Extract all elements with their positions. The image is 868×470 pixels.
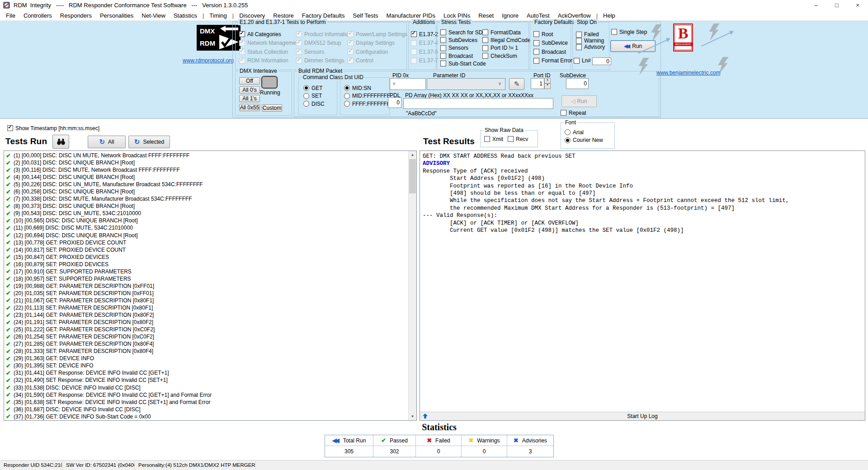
- test-row[interactable]: ✔(5) [00,226] DISC: DISC UN_MUTE, Manufa…: [4, 181, 409, 188]
- test-row[interactable]: ✔(12) [00,694] DISC: DISC UNIQUE BRANCH …: [4, 232, 409, 239]
- custom-button[interactable]: Custom: [262, 104, 282, 112]
- test-row[interactable]: ✔(32) [01,490] SET Response: DEVICE INFO…: [4, 376, 409, 384]
- get-radio[interactable]: GET: [303, 84, 325, 92]
- test-row[interactable]: ✔(2) [00,031] DISC: DISC UNIQUE BRANCH […: [4, 159, 409, 166]
- subdevice-input[interactable]: [566, 78, 589, 89]
- rdmprotocol-link[interactable]: www.rdmprotocol.org: [183, 57, 234, 64]
- format-error-checkbox[interactable]: ✓Format Error: [533, 56, 572, 66]
- single-step-checkbox[interactable]: ✓ Single Step: [611, 28, 647, 37]
- arial-radio[interactable]: Arial: [565, 128, 603, 136]
- test-row[interactable]: ✔(13) [00,778] GET: PROXIED DEVICE COUNT: [4, 239, 409, 246]
- test-row[interactable]: ✔(28) [01,333] SET: PARAMETER DESCRIPTIO…: [4, 348, 409, 355]
- xmit-checkbox[interactable]: ✓Xmit: [484, 135, 503, 144]
- menu-statistics[interactable]: Statistics: [170, 11, 201, 20]
- search-for-sds-checkbox[interactable]: ✓Search for SDs: [440, 28, 486, 36]
- scroll-to-top-icon[interactable]: [422, 413, 428, 419]
- test-row[interactable]: ✔(9) [00,543] DISC: DISC UN_MUTE, 534C:2…: [4, 210, 409, 217]
- test-row[interactable]: ✔(1) [00,000] DISC: DISC UN MUTE, Networ…: [4, 152, 409, 159]
- test-row[interactable]: ✔(16) [00,879] SET: PROXIED DEVICES: [4, 261, 409, 268]
- menu-restore[interactable]: Restore: [269, 11, 298, 20]
- test-row[interactable]: ✔(34) [01,590] GET Response: DEVICE INFO…: [4, 391, 409, 399]
- test-row[interactable]: ✔(11) [00,669] DISC: DISC MUTE, 534C:210…: [4, 224, 409, 231]
- menu-lock-pins[interactable]: Lock PINs: [439, 11, 474, 20]
- menu-controllers[interactable]: Controllers: [19, 11, 56, 20]
- test-row[interactable]: ✔(14) [00,817] SET: PROXIED DEVICE COUNT: [4, 246, 409, 254]
- test-row[interactable]: ✔(25) [01,222] GET: PARAMETER DESCRIPTIO…: [4, 326, 409, 333]
- advisory-checkbox[interactable]: ✓Advisory: [576, 44, 605, 50]
- broadcast-checkbox[interactable]: ✓Broadcast: [440, 52, 486, 60]
- menu-ignore[interactable]: Ignore: [498, 11, 523, 20]
- menu-manufacturer-pids[interactable]: Manufacturer PIDs: [382, 11, 439, 20]
- show-timestamp-checkbox[interactable]: ✓ Show Timestamp [hh:mm:ss.msec]: [7, 124, 99, 133]
- scroll-up-icon[interactable]: ▲: [409, 151, 416, 159]
- test-row[interactable]: ✔(36) [01,687] DISC: DEVICE INFO Invalid…: [4, 406, 409, 413]
- spin-up-icon[interactable]: ▲: [544, 78, 551, 84]
- rerun-selected-button[interactable]: ↻ Selected: [128, 136, 170, 148]
- menu-net-view[interactable]: Net-View: [137, 11, 170, 20]
- test-row[interactable]: ✔(6) [00,258] DISC: DISC UNIQUE BRANCH […: [4, 188, 409, 195]
- test-row[interactable]: ✔(17) [00,910] GET: SUPPORTED PARAMETERS: [4, 268, 409, 275]
- spin-down-icon[interactable]: ▼: [544, 84, 551, 89]
- test-row[interactable]: ✔(29) [01,363] GET: DEVICE INFO: [4, 355, 409, 362]
- test-row[interactable]: ✔(35) [01,638] SET Response: DEVICE INFO…: [4, 399, 409, 406]
- test-row[interactable]: ✔(31) [01,441] GET Response: DEVICE INFO…: [4, 369, 409, 376]
- menu-discovery[interactable]: Discovery: [235, 11, 269, 20]
- menu-ackoverflow[interactable]: AckOverflow: [554, 11, 595, 20]
- test-row[interactable]: ✔(23) [01,144] GET: PARAMETER DESCRIPTIO…: [4, 311, 409, 319]
- repeat-checkbox[interactable]: ✓ Repeat: [561, 108, 586, 118]
- test-row[interactable]: ✔(10) [00,565] DISC: DISC UNIQUE BRANCH …: [4, 217, 409, 224]
- dmx-off-button[interactable]: Off: [239, 77, 260, 85]
- test-row[interactable]: ✔(26) [01,254] SET: PARAMETER DESCRIPTIO…: [4, 333, 409, 340]
- broadcast-checkbox[interactable]: ✓Broadcast: [533, 47, 572, 56]
- subdevices-checkbox[interactable]: ✓SubDevices: [440, 36, 486, 44]
- test-row[interactable]: ✔(30) [01,395] SET: DEVICE INFO: [4, 362, 409, 369]
- menu-reset[interactable]: Reset: [474, 11, 498, 20]
- test-row[interactable]: ✔(4) [00,144] DISC: DISC UNIQUE BRANCH […: [4, 174, 409, 181]
- minimize-button[interactable]: –: [806, 0, 826, 10]
- test-row[interactable]: ✔(24) [01,191] SET: PARAMETER DESCRIPTIO…: [4, 319, 409, 326]
- sensors-checkbox[interactable]: ✓Sensors: [440, 44, 486, 52]
- checksum-checkbox[interactable]: ✓CheckSum: [482, 52, 531, 60]
- subdevice-checkbox[interactable]: ✓SubDevice: [533, 39, 572, 48]
- menu-factory-defaults[interactable]: Factory Defaults: [298, 11, 349, 20]
- menu-autotest[interactable]: AutoTest: [523, 11, 554, 20]
- sub-start-code-checkbox[interactable]: ✓Sub-Start Code: [440, 60, 486, 67]
- menu-responders[interactable]: Responders: [56, 11, 96, 20]
- benjaminelectric-link[interactable]: www.benjaminelectric.com: [656, 70, 720, 76]
- menu-help[interactable]: Help: [599, 11, 619, 20]
- pid-combo[interactable]: ∨: [390, 78, 426, 90]
- test-row[interactable]: ✔(20) [01,035] SET: PARAMETER DESCRIPTIO…: [4, 290, 409, 297]
- failed-checkbox[interactable]: ✓Failed: [576, 31, 605, 38]
- pdl-input[interactable]: [388, 97, 401, 108]
- test-row[interactable]: ✔(15) [00,847] GET: PROXIED DEVICES: [4, 254, 409, 261]
- menu-self-tests[interactable]: Self Tests: [349, 11, 382, 20]
- test-row[interactable]: ✔(33) [01,538] DISC: DEVICE INFO Invalid…: [4, 384, 409, 391]
- dmx-all-0-s-button[interactable]: All 0's: [239, 86, 260, 94]
- run-button[interactable]: ◀◀ Run: [610, 40, 656, 52]
- test-row[interactable]: ✔(8) [00,373] DISC: DISC UNIQUE BRANCH […: [4, 202, 409, 210]
- illegal-cmdcode-checkbox[interactable]: ✓Illegal CmdCode: [482, 36, 531, 44]
- menu-personalities[interactable]: Personalities: [96, 11, 137, 20]
- startup-log-label[interactable]: Start Up Log: [627, 413, 657, 419]
- port-id-input[interactable]: [531, 78, 544, 89]
- menu-file[interactable]: File: [2, 11, 19, 20]
- format-data-checkbox[interactable]: ✓Format/Data: [482, 28, 531, 36]
- tests-scrollbar[interactable]: ▲ ▼: [408, 151, 416, 420]
- mid-sn-radio[interactable]: MID:SN: [344, 84, 393, 92]
- courier-new-radio[interactable]: Courier New: [565, 136, 603, 145]
- recv-checkbox[interactable]: ✓Recv: [508, 135, 528, 144]
- ln-checkbox[interactable]: ✓ Ln#: [574, 57, 591, 64]
- maximize-button[interactable]: □: [826, 0, 847, 10]
- dmx-all-0x55-button[interactable]: All 0x55: [239, 104, 260, 111]
- warning-checkbox[interactable]: ✓Warning: [576, 38, 605, 44]
- dmx-all-1-s-button[interactable]: All 1's: [239, 95, 260, 102]
- test-row[interactable]: ✔(27) [01,285] GET: PARAMETER DESCRIPTIO…: [4, 340, 409, 348]
- mid-ffffffff-radio[interactable]: MID:FFFFFFFF: [344, 92, 393, 100]
- test-row[interactable]: ✔(21) [01,067] GET: PARAMETER DESCRIPTIO…: [4, 297, 409, 304]
- port-id-1-checkbox[interactable]: ✓Port ID != 1: [482, 44, 531, 52]
- close-button[interactable]: ×: [847, 0, 868, 10]
- disc-radio[interactable]: DISC: [303, 100, 325, 108]
- rerun-all-button[interactable]: ↻ All: [88, 136, 126, 148]
- all-categories-checkbox[interactable]: ✓All Categories: [239, 30, 300, 39]
- test-row[interactable]: ✔(19) [00,988] GET: PARAMETER DESCRIPTIO…: [4, 282, 409, 290]
